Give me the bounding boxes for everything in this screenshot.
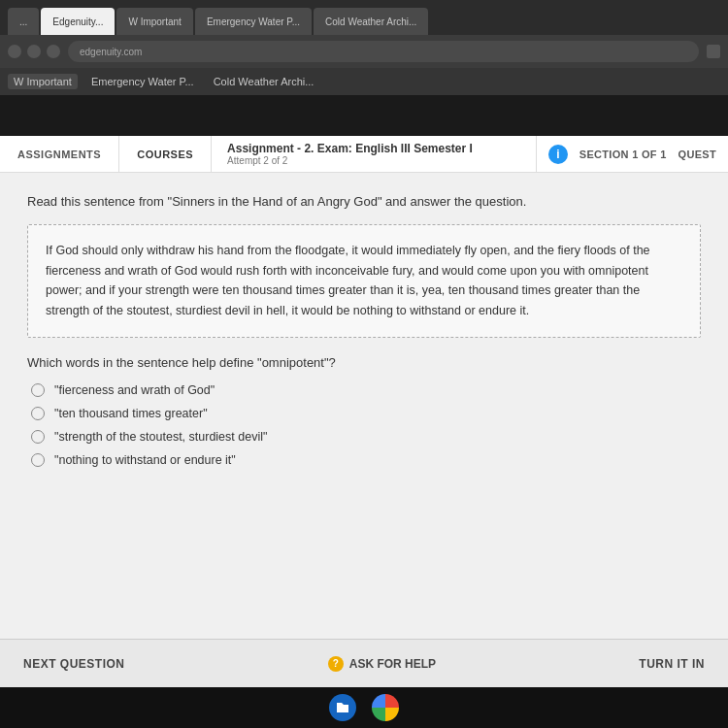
back-button[interactable]: [8, 45, 21, 58]
bookmark-important[interactable]: W Important: [8, 74, 78, 89]
bookmark-water[interactable]: Emergency Water P...: [85, 74, 200, 89]
section-label: SECTION 1 OF 1: [579, 149, 667, 160]
browser-tab-active[interactable]: Edgenuity...: [41, 8, 115, 35]
address-bar[interactable]: edgenuity.com: [68, 41, 699, 62]
option-c[interactable]: "strength of the stoutest, sturdiest dev…: [31, 430, 701, 444]
browser-tab-1[interactable]: ...: [8, 8, 39, 35]
tab-label-5: Cold Weather Archi...: [325, 17, 416, 27]
turn-it-in-button[interactable]: TURN IT IN: [639, 657, 705, 671]
tab-label-4: Emergency Water P...: [207, 17, 300, 27]
option-d[interactable]: "nothing to withstand or endure it": [31, 453, 701, 467]
bookmark-weather[interactable]: Cold Weather Archi...: [208, 74, 320, 89]
courses-nav[interactable]: COURSES: [119, 136, 212, 172]
option-b[interactable]: "ten thousand times greater": [31, 407, 701, 420]
nav-bar: ASSIGNMENTS COURSES Assignment - 2. Exam…: [0, 136, 728, 173]
next-question-button[interactable]: NEXT QUESTION: [23, 657, 125, 671]
assignment-sub: Attempt 2 of 2: [227, 155, 520, 166]
browser-tab-strip: ... Edgenuity... W Important Emergency W…: [0, 0, 728, 35]
option-c-text: "strength of the stoutest, sturdiest dev…: [54, 430, 267, 444]
radio-b[interactable]: [31, 407, 45, 420]
passage-box: If God should only withdraw his hand fro…: [27, 224, 701, 338]
passage-text: If God should only withdraw his hand fro…: [46, 241, 682, 321]
taskbar-files-icon[interactable]: [329, 694, 356, 721]
option-b-text: "ten thousand times greater": [54, 407, 208, 420]
tab-label-active: Edgenuity...: [52, 17, 103, 27]
refresh-button[interactable]: [47, 45, 60, 58]
answer-options: "fierceness and wrath of God" "ten thous…: [31, 383, 701, 467]
prompt-text: Read this sentence from "Sinners in the …: [27, 194, 701, 209]
question-text: Which words in the sentence help define …: [27, 355, 701, 370]
help-icon: ?: [328, 656, 344, 672]
assignments-nav[interactable]: ASSIGNMENTS: [0, 136, 119, 172]
radio-c[interactable]: [31, 430, 45, 444]
menu-button[interactable]: [707, 45, 720, 58]
browser-toolbar: edgenuity.com: [0, 35, 728, 68]
assignment-info: Assignment - 2. Exam: English III Semest…: [212, 136, 537, 172]
browser-tab-3[interactable]: W Important: [116, 8, 192, 35]
forward-button[interactable]: [27, 45, 41, 58]
taskbar-chrome-icon[interactable]: [372, 694, 399, 721]
radio-a[interactable]: [31, 383, 45, 397]
option-a-text: "fierceness and wrath of God": [54, 383, 215, 397]
tab-label: ...: [19, 17, 27, 27]
ask-help-label: ASK FOR HELP: [349, 657, 436, 671]
browser-tab-4[interactable]: Emergency Water P...: [195, 8, 312, 35]
question-label: QUEST: [678, 149, 716, 160]
bookmarks-bar: W Important Emergency Water P... Cold We…: [0, 68, 728, 95]
main-content: Read this sentence from "Sinners in the …: [0, 173, 728, 679]
tab-label-3: W Important: [128, 17, 181, 27]
radio-d[interactable]: [31, 453, 45, 467]
bottom-bar: NEXT QUESTION ? ASK FOR HELP TURN IT IN: [0, 639, 728, 687]
system-taskbar: [0, 687, 728, 728]
option-d-text: "nothing to withstand or endure it": [54, 453, 236, 467]
info-icon[interactable]: i: [548, 145, 568, 164]
ask-help-button[interactable]: ? ASK FOR HELP: [328, 656, 436, 672]
browser-tab-5[interactable]: Cold Weather Archi...: [314, 8, 428, 35]
nav-right: i SECTION 1 OF 1 QUEST: [537, 136, 728, 172]
assignment-title: Assignment - 2. Exam: English III Semest…: [227, 142, 520, 155]
option-a[interactable]: "fierceness and wrath of God": [31, 383, 701, 397]
